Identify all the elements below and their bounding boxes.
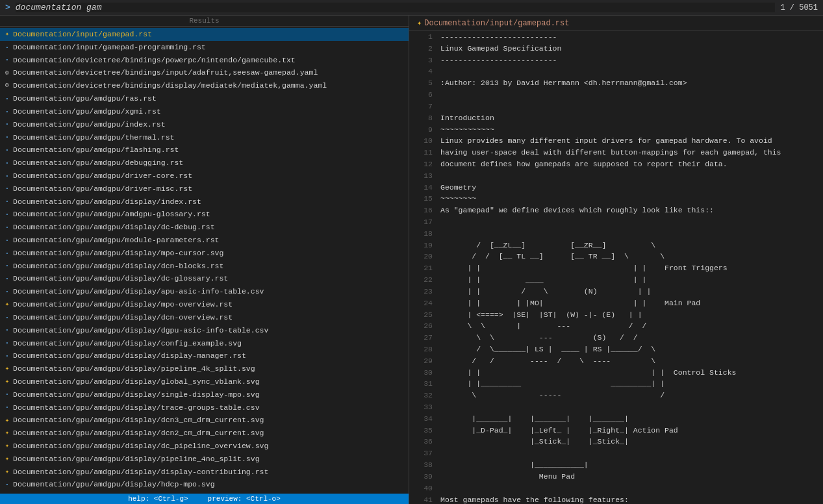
code-line: 19 / [__ZL__] [__ZR__] \ (409, 240, 823, 251)
result-icon: • (3, 249, 12, 257)
list-item[interactable]: ✦Documentation/gpu/amdgpu/display/global… (0, 375, 409, 388)
list-item[interactable]: ⚙Documentation/devicetree/bindings/displ… (0, 79, 409, 92)
result-icon: • (3, 95, 12, 103)
code-line: 35 |_D-Pad_| |_Left_ | |_Right_| Action … (409, 425, 823, 436)
line-text: document defines how gamepads are suppos… (440, 158, 728, 170)
result-icon: • (3, 339, 12, 347)
list-item[interactable]: •Documentation/gpu/amdgpu/module-paramet… (0, 234, 409, 247)
list-item[interactable]: •Documentation/gpu/amdgpu/display/displa… (0, 349, 409, 362)
list-item[interactable]: ✦Documentation/input/gamepad.rst (0, 28, 409, 41)
list-item[interactable]: ✦Documentation/gpu/amdgpu/display/dcn3_c… (0, 414, 409, 427)
list-item[interactable]: •Documentation/gpu/amdgpu/thermal.rst (0, 131, 409, 144)
line-number: 6 (409, 89, 440, 101)
line-text: \ \ | --- / / (440, 320, 646, 332)
list-item[interactable]: •Documentation/gpu/amdgpu/display/dcn-bl… (0, 260, 409, 273)
line-number: 8 (409, 112, 440, 124)
line-number: 4 (409, 66, 440, 77)
line-text: Geometry (440, 182, 476, 194)
code-line: 1-------------------------- (409, 31, 823, 43)
code-line: 4 (409, 66, 823, 77)
list-item[interactable]: •Documentation/gpu/amdgpu/index.rst (0, 118, 409, 131)
line-text: |_______| |_______| |_______| (440, 413, 629, 425)
list-item[interactable]: ✦Documentation/gpu/amdgpu/display/dcn2_c… (0, 427, 409, 440)
list-item[interactable]: ✦Documentation/gpu/amdgpu/display/dc_pip… (0, 440, 409, 453)
list-item[interactable]: •Documentation/gpu/amdgpu/display/config… (0, 337, 409, 350)
line-number: 23 (409, 286, 440, 297)
result-path: Documentation/gpu/amdgpu/display/config_… (13, 338, 242, 349)
line-number: 12 (409, 158, 440, 170)
result-path: Documentation/gpu/amdgpu/display/dc_pipe… (13, 440, 268, 452)
line-text: having user-space deal with different bu… (440, 147, 781, 158)
list-item[interactable]: ✦Documentation/gpu/amdgpu/display/displa… (0, 466, 409, 479)
line-number: 30 (409, 367, 440, 379)
file-tab-star: ✦ (417, 18, 422, 28)
search-count: 1 / 5051 (780, 3, 818, 12)
list-item[interactable]: •Documentation/gpu/amdgpu/display/mpo-cu… (0, 247, 409, 260)
result-path: Documentation/devicetree/bindings/powerp… (13, 55, 296, 66)
list-item[interactable]: •Documentation/gpu/amdgpu/display/hdcp-m… (0, 478, 409, 491)
line-number: 2 (409, 43, 440, 55)
code-line: 41Most gamepads have the following featu… (409, 494, 823, 505)
list-item[interactable]: ✦Documentation/gpu/amdgpu/display/pipeli… (0, 362, 409, 375)
code-line: 37 (409, 447, 823, 459)
result-icon: • (3, 133, 12, 141)
result-path: Documentation/gpu/amdgpu/display/trace-g… (13, 402, 260, 414)
list-item[interactable]: •Documentation/gpu/amdgpu/debugging.rst (0, 157, 409, 170)
code-line: 23 | | / \ (N) | | (409, 286, 823, 297)
list-item[interactable]: •Documentation/gpu/amdgpu/display/dc-deb… (0, 221, 409, 234)
result-icon: • (3, 172, 12, 180)
list-item[interactable]: •Documentation/gpu/amdgpu/display/dc-glo… (0, 272, 409, 285)
result-icon: • (3, 184, 12, 192)
code-line: 13 (409, 170, 823, 182)
line-text: | |_________ _________| | (440, 378, 665, 390)
result-path: Documentation/gpu/amdgpu/display/index.r… (13, 196, 201, 208)
list-item[interactable]: •Documentation/gpu/amdgpu/display/dgpu-a… (0, 324, 409, 337)
code-line: 18 (409, 228, 823, 240)
line-text: | | / \ (N) | | (440, 286, 651, 297)
code-line: 34 |_______| |_______| |_______| (409, 413, 823, 425)
list-item[interactable]: •Documentation/gpu/amdgpu/driver-misc.rs… (0, 183, 409, 195)
list-item[interactable]: •Documentation/gpu/amdgpu/display/apu-as… (0, 285, 409, 298)
list-item[interactable]: •Documentation/gpu/amdgpu/display/dcn-ov… (0, 311, 409, 324)
search-input[interactable] (16, 3, 776, 12)
result-icon: • (3, 314, 12, 321)
result-path: Documentation/gpu/amdgpu/display/dcn2_cm… (13, 427, 264, 439)
code-line: 2Linux Gamepad Specification (409, 43, 823, 55)
line-text: ~~~~~~~~ (440, 193, 476, 205)
list-item[interactable]: •Documentation/input/gamepad-programming… (0, 41, 409, 54)
list-item[interactable]: ✦Documentation/gpu/amdgpu/display/mpo-ov… (0, 298, 409, 311)
list-item[interactable]: •Documentation/gpu/amdgpu/display/index.… (0, 195, 409, 208)
line-number: 9 (409, 124, 440, 136)
result-path: Documentation/gpu/amdgpu/flashing.rst (13, 144, 179, 156)
line-number: 17 (409, 216, 440, 228)
list-item[interactable]: ✦Documentation/gpu/amdgpu/display/pipeli… (0, 453, 409, 466)
list-item[interactable]: •Documentation/devicetree/bindings/power… (0, 54, 409, 67)
results-list[interactable]: ✦Documentation/input/gamepad.rst•Documen… (0, 27, 409, 494)
line-text: | | | | Front Triggers (440, 262, 728, 274)
line-number: 16 (409, 205, 440, 216)
code-line: 12document defines how gamepads are supp… (409, 158, 823, 170)
list-item[interactable]: •Documentation/gpu/amdgpu/driver-core.rs… (0, 170, 409, 183)
result-path: Documentation/gpu/amdgpu/display/display… (13, 466, 268, 478)
top-bar: > 1 / 5051 (0, 0, 823, 16)
result-icon: • (3, 120, 12, 128)
list-item[interactable]: •Documentation/gpu/amdgpu/ras.rst (0, 92, 409, 105)
list-item[interactable]: •Documentation/gpu/amdgpu/xgmi.rst (0, 105, 409, 118)
list-item[interactable]: •Documentation/gpu/amdgpu/flashing.rst (0, 144, 409, 157)
line-number: 35 (409, 425, 440, 436)
result-path: Documentation/gpu/amdgpu/driver-misc.rst (13, 183, 192, 195)
result-path: Documentation/devicetree/bindings/displa… (13, 80, 327, 92)
list-item[interactable]: •Documentation/gpu/amdgpu/amdgpu-glossar… (0, 208, 409, 221)
line-number: 32 (409, 390, 440, 401)
line-number: 33 (409, 401, 440, 413)
list-item[interactable]: •Documentation/gpu/amdgpu/display/trace-… (0, 401, 409, 414)
result-icon: • (3, 197, 12, 205)
line-text: Introduction (440, 112, 494, 124)
result-icon: • (3, 210, 12, 218)
line-text: -------------------------- (440, 31, 557, 43)
line-text: Most gamepads have the following feature… (440, 494, 629, 505)
list-item[interactable]: ⚙Documentation/devicetree/bindings/input… (0, 66, 409, 79)
list-item[interactable]: •Documentation/gpu/amdgpu/display/single… (0, 388, 409, 401)
code-line: 26 \ \ | --- / / (409, 320, 823, 332)
line-number: 5 (409, 77, 440, 89)
